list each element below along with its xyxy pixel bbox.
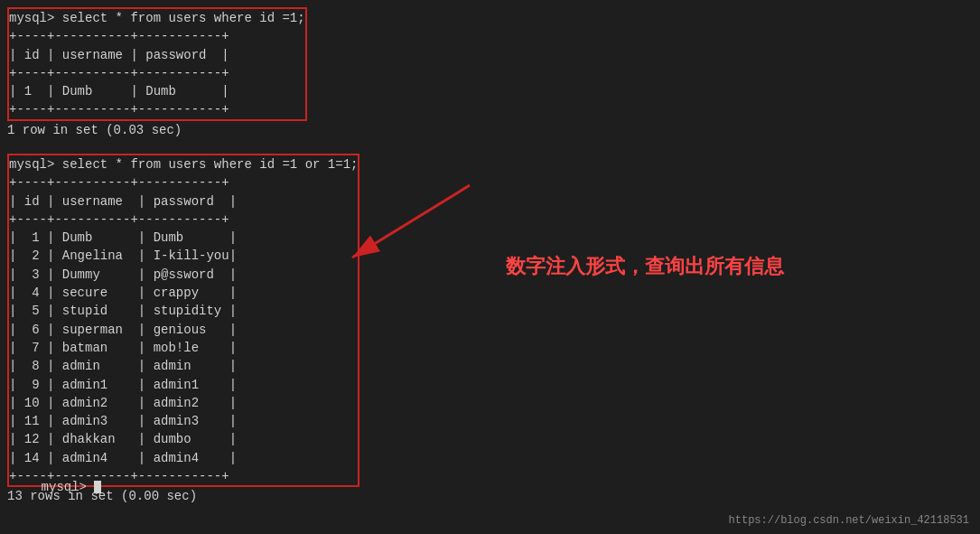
svg-line-1: [352, 185, 470, 258]
final-prompt: mysql>: [11, 465, 101, 509]
cursor: [94, 481, 101, 493]
arrow-graphic: [289, 176, 497, 294]
url-link: https://blog.csdn.net/weixin_42118531: [729, 514, 969, 527]
query1-section: mysql> select * from users where id =1; …: [7, 7, 307, 139]
terminal: mysql> select * from users where id =1; …: [0, 0, 980, 534]
query1-table: +----+----------+-----------+ | id | use…: [9, 27, 305, 118]
query1-content: mysql> select * from users where id =1;: [9, 9, 305, 27]
query1-result: 1 row in set (0.03 sec): [7, 123, 307, 137]
annotation-text: 数字注入形式，查询出所有信息: [506, 253, 784, 280]
query1-box: mysql> select * from users where id =1; …: [7, 7, 307, 121]
